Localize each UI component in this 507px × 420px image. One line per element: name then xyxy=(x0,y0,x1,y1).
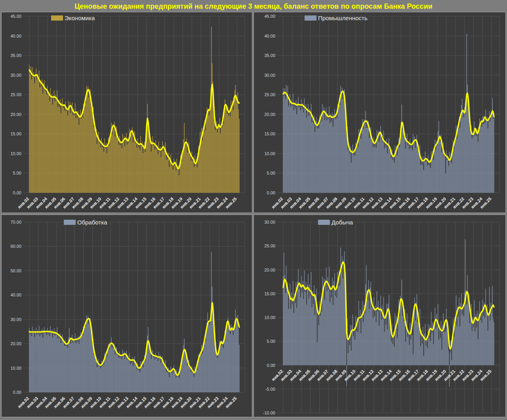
bar xyxy=(285,293,286,365)
bar xyxy=(402,105,402,193)
bar xyxy=(307,109,307,193)
bar xyxy=(158,361,158,392)
bar xyxy=(368,127,368,193)
bar xyxy=(172,163,172,193)
app-window: Ценовые ожидания предприятий на следующи… xyxy=(0,0,507,420)
bar xyxy=(409,149,410,193)
bar xyxy=(184,339,185,392)
bar xyxy=(232,327,233,392)
bar xyxy=(460,112,461,193)
bar xyxy=(85,323,85,392)
bar xyxy=(67,343,67,392)
bar xyxy=(138,147,139,193)
bar xyxy=(362,301,363,365)
bar xyxy=(331,122,332,193)
bar xyxy=(288,309,289,365)
bar xyxy=(295,108,295,193)
bar xyxy=(179,175,179,193)
bar xyxy=(332,113,332,193)
bar xyxy=(65,340,66,392)
y-axis: -10.00-5.000.005.0010.0015.0020.0025.003… xyxy=(263,220,275,415)
bar xyxy=(185,142,185,193)
bar xyxy=(355,340,355,365)
bar xyxy=(364,124,365,193)
bar xyxy=(76,118,76,193)
bar xyxy=(369,138,370,193)
bar xyxy=(210,318,210,392)
bar xyxy=(309,299,309,365)
bar xyxy=(73,338,74,392)
bar xyxy=(217,132,217,193)
bar xyxy=(378,301,379,365)
bar xyxy=(80,115,80,193)
bar xyxy=(391,342,391,365)
bar xyxy=(57,90,57,193)
bar xyxy=(94,127,94,193)
bar xyxy=(168,153,169,193)
bar xyxy=(439,135,440,193)
bar xyxy=(183,154,183,193)
bar xyxy=(483,124,484,193)
bar xyxy=(105,357,105,392)
bar xyxy=(231,101,231,193)
y-tick-label: 10.00 xyxy=(10,366,21,371)
bar xyxy=(30,74,30,193)
bar xyxy=(166,372,166,392)
bar xyxy=(318,311,318,365)
bar xyxy=(422,344,422,365)
bar xyxy=(54,328,54,392)
bar xyxy=(183,356,183,392)
bar xyxy=(394,347,395,365)
bar xyxy=(296,100,296,193)
bar xyxy=(91,102,92,193)
bar xyxy=(388,304,388,365)
bar xyxy=(105,148,105,193)
bar xyxy=(449,152,450,193)
bar xyxy=(461,293,461,365)
bar xyxy=(35,331,36,392)
bar xyxy=(380,126,381,193)
bar xyxy=(466,290,466,365)
bar xyxy=(447,329,447,365)
bar xyxy=(376,322,376,365)
bar xyxy=(480,127,480,193)
bar xyxy=(215,125,216,193)
bar xyxy=(300,297,301,365)
bar xyxy=(365,111,366,193)
bar xyxy=(387,139,387,193)
bar xyxy=(236,317,236,392)
bar xyxy=(51,98,51,193)
bar xyxy=(475,135,475,193)
legend-swatch xyxy=(305,15,316,21)
bar xyxy=(307,285,307,365)
bar xyxy=(238,109,238,193)
bar xyxy=(380,296,381,365)
bar xyxy=(231,329,232,392)
y-tick-label: 30.00 xyxy=(264,73,275,78)
bar xyxy=(408,337,408,365)
bar xyxy=(337,118,337,193)
bar xyxy=(472,139,472,193)
bar xyxy=(119,136,120,193)
bar xyxy=(76,344,76,392)
bar xyxy=(219,352,219,392)
bar xyxy=(50,101,50,193)
bar xyxy=(490,321,490,365)
bar xyxy=(425,324,425,365)
bar xyxy=(149,141,150,193)
bar xyxy=(234,321,235,392)
bar xyxy=(233,335,233,392)
bar xyxy=(362,127,362,193)
bar xyxy=(398,144,398,193)
bar xyxy=(71,106,72,193)
bar xyxy=(219,118,220,193)
mining-chart: -10.00-5.000.005.0010.0015.0020.0025.003… xyxy=(254,215,506,417)
bar xyxy=(33,333,33,392)
bar xyxy=(102,147,103,193)
y-tick-label: 10.00 xyxy=(264,151,275,156)
bar xyxy=(209,325,209,392)
bar xyxy=(462,314,462,365)
bar xyxy=(213,105,214,193)
bar xyxy=(73,343,73,392)
bar xyxy=(450,352,450,365)
